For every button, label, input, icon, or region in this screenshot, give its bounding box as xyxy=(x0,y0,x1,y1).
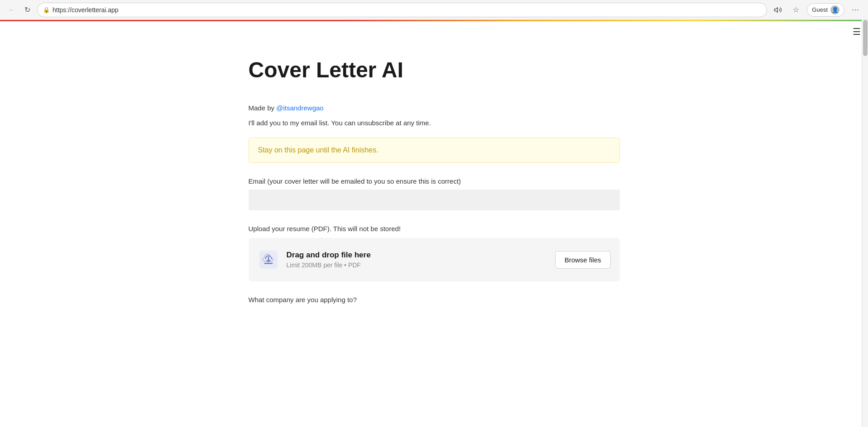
upload-limit-text: Limit 200MB per file • PDF xyxy=(287,261,371,269)
email-list-notice: I'll add you to my email list. You can u… xyxy=(249,119,620,127)
guest-label: Guest xyxy=(812,6,828,13)
lock-icon: 🔒 xyxy=(43,7,50,13)
upload-label: Upload your resume (PDF). This will not … xyxy=(249,225,620,232)
more-icon: ⋯ xyxy=(852,5,859,14)
more-options-button[interactable]: ⋯ xyxy=(848,3,863,17)
made-by-text: Made by @itsandrewgao xyxy=(249,104,620,112)
browser-chrome: ← ↻ 🔒 https://coverletterai.app ☆ Guest … xyxy=(0,0,868,20)
stay-notice-text: Stay on this page until the AI finishes. xyxy=(258,146,379,154)
scrollbar-thumb[interactable] xyxy=(863,20,868,56)
made-by-prefix: Made by xyxy=(249,104,277,112)
upload-left: Drag and drop file here Limit 200MB per … xyxy=(258,249,371,270)
upload-text-block: Drag and drop file here Limit 200MB per … xyxy=(287,251,371,269)
address-bar[interactable]: 🔒 https://coverletterai.app xyxy=(37,3,767,17)
refresh-button[interactable]: ↻ xyxy=(21,4,34,16)
main-content: Cover Letter AI Made by @itsandrewgao I'… xyxy=(230,21,638,331)
upload-zone[interactable]: Drag and drop file here Limit 200MB per … xyxy=(249,238,620,281)
hamburger-menu-button[interactable]: ☰ xyxy=(853,26,861,37)
guest-profile-button[interactable]: Guest 👤 xyxy=(807,3,844,17)
author-link[interactable]: @itsandrewgao xyxy=(276,104,323,112)
upload-cloud-icon xyxy=(258,249,279,270)
email-input[interactable] xyxy=(249,190,620,210)
hamburger-icon: ☰ xyxy=(853,27,861,37)
avatar: 👤 xyxy=(830,5,839,14)
scrollbar[interactable] xyxy=(862,20,868,331)
favorites-button[interactable]: ☆ xyxy=(789,3,803,17)
page-title: Cover Letter AI xyxy=(249,57,620,82)
read-aloud-button[interactable] xyxy=(771,3,785,17)
drag-drop-text: Drag and drop file here xyxy=(287,251,371,260)
stay-notice-box: Stay on this page until the AI finishes. xyxy=(249,138,620,163)
company-label: What company are you applying to? xyxy=(249,296,620,304)
back-button[interactable]: ← xyxy=(5,4,18,16)
browser-right-actions: ☆ Guest 👤 ⋯ xyxy=(771,3,863,17)
url-text: https://coverletterai.app xyxy=(53,6,761,14)
email-label: Email (your cover letter will be emailed… xyxy=(249,177,620,185)
browse-files-button[interactable]: Browse files xyxy=(555,251,611,269)
nav-buttons: ← ↻ xyxy=(5,4,34,16)
